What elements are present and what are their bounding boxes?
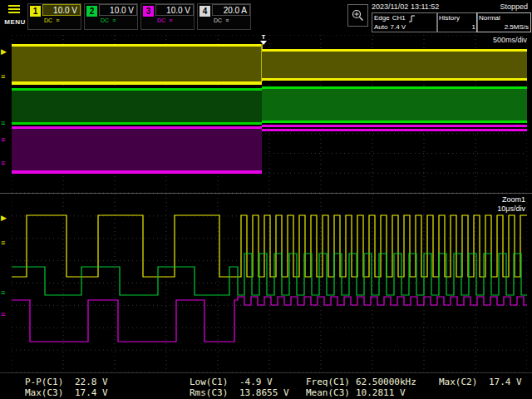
channel-1-control[interactable]: 1 10.0 V DC ≡ bbox=[27, 3, 81, 30]
channel-3-scale: 10.0 V bbox=[155, 4, 194, 16]
meas-label: Low(C1) bbox=[190, 377, 239, 387]
meas-value: 22.8 V bbox=[75, 377, 108, 387]
menu-button[interactable]: MENU bbox=[2, 2, 26, 31]
meas-label: Max(C3) bbox=[25, 387, 75, 398]
zoom-search-icon bbox=[351, 8, 365, 22]
channel-2-scale: 10.0 V bbox=[99, 4, 137, 16]
sample-rate: 2.5MS/s bbox=[479, 22, 529, 32]
dc-coupling-icon: DC bbox=[44, 17, 52, 23]
meas-value: 17.4 V bbox=[75, 387, 108, 398]
ch1-zoom-ground-icon: ≡ bbox=[1, 239, 5, 247]
trigger-source: CH1 bbox=[392, 13, 406, 22]
meas-value: 17.4 V bbox=[489, 377, 522, 387]
zoom-waveform-window bbox=[12, 194, 527, 372]
meas-value: -4.9 V bbox=[239, 377, 273, 387]
history-control[interactable]: History 1 bbox=[436, 12, 478, 32]
channel-4-scale: 20.0 A bbox=[212, 4, 250, 16]
meas-label: Freq(C1) bbox=[306, 377, 356, 387]
trigger-settings[interactable]: Edge CH1 Auto 7.4 V bbox=[372, 12, 438, 32]
menu-icon bbox=[8, 5, 20, 7]
ch1-position-marker[interactable]: ▶ bbox=[1, 48, 7, 56]
zoom-trace-ch2 bbox=[12, 254, 527, 295]
meas-value: 62.50000kHz bbox=[356, 377, 416, 387]
channel-2-control[interactable]: 2 10.0 V DC ≡ bbox=[84, 3, 138, 30]
ch3-envelope-main bbox=[12, 125, 527, 174]
channel-4-control[interactable]: 4 20.0 A DC ≡ bbox=[197, 3, 251, 30]
measurement-bar: P-P(C1)22.8 V Low(C1)-4.9 V Freq(C1)62.5… bbox=[0, 372, 532, 399]
zoom-search-button[interactable] bbox=[347, 4, 368, 27]
menu-label: MENU bbox=[2, 18, 27, 26]
history-label: History bbox=[439, 13, 475, 22]
meas-label: P-P(C1) bbox=[25, 377, 75, 387]
ch2-ground-icon: ≡ bbox=[1, 120, 5, 127]
channel-3-control[interactable]: 3 10.0 V DC ≡ bbox=[140, 3, 195, 30]
ch1-envelope-main bbox=[12, 44, 527, 85]
channel-4-badge: 4 bbox=[200, 6, 210, 17]
channel-3-badge: 3 bbox=[143, 6, 154, 17]
dc-coupling-icon: DC bbox=[214, 17, 222, 23]
top-bar: MENU 1 10.0 V DC ≡ 2 10.0 V DC bbox=[0, 0, 532, 33]
channel-controls: 1 10.0 V DC ≡ 2 10.0 V DC ≡ bbox=[27, 3, 251, 30]
acquisition-mode: Normal bbox=[479, 13, 529, 22]
ground-icon: ≡ bbox=[169, 17, 172, 23]
rising-edge-icon bbox=[408, 14, 416, 22]
ground-icon: ≡ bbox=[225, 17, 229, 23]
ch1-zoom-position-marker[interactable]: ▶ bbox=[1, 214, 7, 222]
history-value: 1 bbox=[439, 22, 475, 32]
dc-coupling-icon: DC bbox=[157, 17, 165, 23]
zoom-trace-ch1 bbox=[12, 215, 527, 277]
trigger-type: Edge bbox=[374, 13, 390, 22]
trigger-level: 7.4 V bbox=[390, 22, 406, 32]
ch2-zoom-ground-icon: ≡ bbox=[1, 289, 5, 297]
measurement-row: Max(C3)17.4 V Rms(C3)13.8655 V Mean(C3)1… bbox=[0, 387, 532, 398]
main-waveform-svg bbox=[12, 35, 527, 193]
ch3-zoom-ground-icon: ≡ bbox=[1, 311, 5, 318]
zoom-waveform-svg bbox=[12, 194, 527, 372]
dc-coupling-icon: DC bbox=[101, 17, 109, 23]
meas-label: Mean(C3) bbox=[306, 387, 356, 398]
measurement-row: P-P(C1)22.8 V Low(C1)-4.9 V Freq(C1)62.5… bbox=[0, 377, 532, 387]
channel-1-scale: 10.0 V bbox=[42, 4, 81, 16]
channel-2-badge: 2 bbox=[86, 6, 97, 17]
zoom-graticule bbox=[12, 194, 527, 372]
ground-icon: ≡ bbox=[56, 17, 59, 23]
oscilloscope-screen: MENU 1 10.0 V DC ≡ 2 10.0 V DC bbox=[0, 0, 532, 399]
trigger-mode: Auto bbox=[374, 22, 387, 32]
datetime: 2023/11/02 13:11:52 bbox=[372, 2, 439, 11]
meas-label: Rms(C3) bbox=[190, 387, 239, 398]
ch1-ground-icon: ≡ bbox=[1, 73, 5, 81]
ground-icon: ≡ bbox=[112, 17, 116, 23]
meas-value: 13.8655 V bbox=[239, 387, 289, 398]
zoom-timebase: 10μs/div bbox=[497, 204, 525, 213]
meas-label: Max(C2) bbox=[439, 377, 489, 387]
ch4-ground-icon: ≡ bbox=[1, 160, 5, 167]
channel-1-badge: 1 bbox=[30, 6, 41, 17]
acquisition-control[interactable]: Normal 2.5MS/s bbox=[476, 12, 531, 32]
run-status: Stopped bbox=[500, 2, 528, 11]
main-waveform-window bbox=[12, 35, 527, 193]
ch2-envelope-main bbox=[12, 86, 527, 125]
ch3-ground-icon: ≡ bbox=[1, 136, 5, 144]
meas-value: 10.2811 V bbox=[356, 387, 406, 398]
zoom-window-label[interactable]: Zoom1 bbox=[502, 195, 525, 204]
